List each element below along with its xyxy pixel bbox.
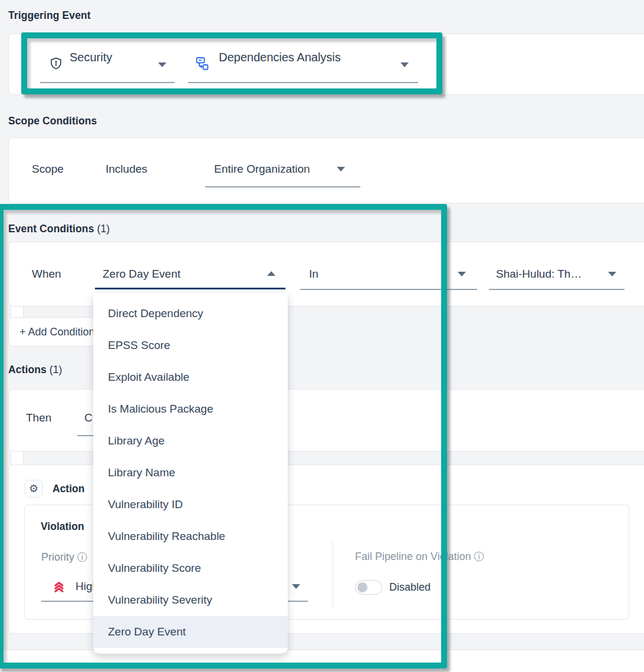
menu-item-epss-score[interactable]: EPSS Score	[93, 330, 288, 361]
policy-editor-page: Triggering Event Security Dependencies A…	[0, 0, 644, 672]
menu-item-library-age[interactable]: Library Age	[93, 425, 288, 457]
action-type-dropdown[interactable]: C	[84, 411, 93, 424]
fail-pipeline-toggle[interactable]	[355, 580, 382, 595]
scope-operator-label: Includes	[106, 163, 147, 176]
info-icon: ⓘ	[474, 551, 484, 562]
violation-card-title: Violation	[41, 521, 84, 533]
triggering-event-card: Security Dependencies Analysis	[8, 34, 644, 95]
trigger-category-dropdown[interactable]: Security	[70, 51, 112, 64]
scope-conditions-card: Scope Includes Entire Organization	[8, 137, 644, 203]
dropdown-underline	[489, 289, 625, 290]
triggering-event-heading: Triggering Event	[8, 9, 91, 22]
scope-conditions-heading: Scope Conditions	[8, 115, 97, 127]
actions-heading: Actions (1)	[8, 364, 63, 376]
menu-item-vulnerability-severity[interactable]: Vulnerability Severity	[93, 584, 288, 616]
priority-high-icon	[52, 580, 66, 594]
menu-item-exploit-available[interactable]: Exploit Available	[93, 361, 288, 393]
actions-count: (1)	[50, 364, 63, 375]
trigger-scan-type-dropdown[interactable]: Dependencies Analysis	[219, 51, 341, 64]
chevron-down-icon	[292, 584, 300, 589]
plus-icon: +	[19, 326, 26, 338]
gear-icon: ⚙	[29, 482, 38, 495]
toggle-knob	[357, 582, 367, 592]
chevron-down-icon	[400, 62, 409, 67]
condition-connector	[11, 307, 24, 317]
event-conditions-count: (1)	[97, 223, 110, 235]
shield-security-icon	[49, 57, 63, 71]
menu-item-vulnerability-reachable[interactable]: Vulnerability Reachable	[93, 521, 288, 552]
dropdown-underline	[188, 82, 418, 83]
menu-item-vulnerability-score[interactable]: Vulnerability Score	[93, 552, 288, 584]
chevron-down-icon	[608, 272, 616, 276]
event-conditions-heading: Event Conditions (1)	[8, 223, 110, 235]
menu-item-zero-day-event[interactable]: Zero Day Event	[93, 616, 288, 648]
dropdown-underline	[205, 186, 360, 187]
toggle-state-label: Disabled	[389, 581, 431, 594]
dropdown-underline	[40, 82, 175, 83]
priority-label: Priority ⓘ	[41, 551, 87, 564]
scope-value-dropdown[interactable]: Entire Organization	[214, 163, 310, 176]
menu-item-vulnerability-id[interactable]: Vulnerability ID	[93, 489, 288, 521]
info-icon: ⓘ	[77, 551, 87, 563]
action-connector	[11, 452, 24, 465]
menu-item-library-name[interactable]: Library Name	[93, 457, 288, 489]
active-dropdown-underline	[95, 288, 285, 289]
when-label: When	[32, 268, 61, 281]
condition-value-dropdown[interactable]: Shai-Hulud: Th…	[496, 268, 581, 281]
then-label: Then	[26, 411, 51, 424]
action-panel-title: Action	[52, 483, 84, 495]
condition-field-dropdown[interactable]: Zero Day Event	[103, 268, 180, 281]
scope-field-label: Scope	[32, 163, 64, 176]
chevron-down-icon	[337, 167, 345, 172]
chevron-up-icon	[267, 271, 275, 276]
actions-heading-text: Actions	[8, 364, 47, 375]
column-divider	[333, 542, 333, 608]
menu-item-direct-dependency[interactable]: Direct Dependency	[93, 298, 288, 330]
condition-field-menu: Direct Dependency EPSS Score Exploit Ava…	[93, 293, 288, 654]
fail-pipeline-label: Fail Pipeline on Violation ⓘ	[355, 550, 484, 564]
chevron-down-icon	[158, 62, 166, 67]
event-conditions-heading-text: Event Conditions	[8, 223, 94, 235]
menu-item-is-malicious-package[interactable]: Is Malicious Package	[93, 393, 288, 425]
dependencies-analysis-icon	[194, 55, 210, 71]
dropdown-underline	[300, 289, 477, 290]
condition-operator-dropdown[interactable]: In	[309, 268, 318, 281]
chevron-down-icon	[458, 272, 466, 276]
action-settings-button[interactable]: ⚙	[25, 480, 42, 498]
